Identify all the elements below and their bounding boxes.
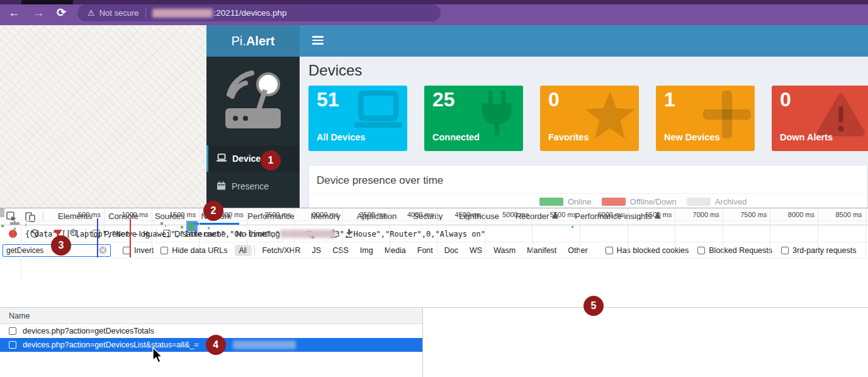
requests-pane: Name devices.php?action=getDevicesTotals… <box>0 308 423 377</box>
card-favorites[interactable]: 0Favorites <box>540 86 639 151</box>
pialert-app: Pi.Alert Run: Plugins Sym(28, DevicesPre… <box>206 25 868 208</box>
plug-icon <box>474 91 519 142</box>
filter-type-all[interactable]: All <box>235 245 252 256</box>
filter-type-font[interactable]: Font <box>413 245 437 256</box>
desktop-background <box>0 25 206 208</box>
checkbox[interactable] <box>606 247 613 254</box>
card-value: 0 <box>548 88 560 111</box>
sidebar-item-devices[interactable]: Devices <box>206 145 300 172</box>
legend-item-online: Online <box>539 197 592 206</box>
browser-tab-strip <box>0 0 868 4</box>
filter-separator <box>254 245 255 256</box>
clear-filter-icon[interactable] <box>99 246 107 254</box>
legend-item-offline-down: Offline/Down <box>602 197 677 206</box>
router-logo-icon <box>220 64 286 138</box>
address-bar[interactable]: ⚠ Not secure :20211/devices.php <box>77 4 441 21</box>
card-label: All Devices <box>317 132 365 142</box>
logo-prefix: Pi. <box>232 34 246 48</box>
card-label: Connected <box>432 132 480 142</box>
card-label: Down Alerts <box>780 132 833 142</box>
annotation-badge-2: 2 <box>203 201 223 221</box>
page-area: Pi.Alert Run: Plugins Sym(28, DevicesPre… <box>0 25 868 208</box>
hide-data-urls-checkbox[interactable]: Hide data URLs <box>161 246 227 255</box>
back-icon[interactable]: ← <box>8 7 20 18</box>
legend-swatch <box>687 198 711 206</box>
summary-cards: 51All Devices25Connected0Favorites1New D… <box>308 86 868 151</box>
card-all-devices[interactable]: 51All Devices <box>308 86 407 151</box>
filter-type-media[interactable]: Media <box>380 245 410 256</box>
presence-panel-title: Device presence over time <box>317 174 443 187</box>
page-title: Devices <box>308 62 362 79</box>
filter-extra-label: 3rd-party requests <box>792 246 856 255</box>
filter-type-ws[interactable]: WS <box>465 245 487 256</box>
filter-type-manifest[interactable]: Manifest <box>522 245 561 256</box>
filter-3rd-party-requests-checkbox[interactable]: 3rd-party requests <box>781 246 856 255</box>
annotation-badge-3: 3 <box>51 235 71 256</box>
request-checkbox[interactable] <box>9 341 16 349</box>
invert-checkbox[interactable]: Invert <box>123 246 154 255</box>
chart-legend: OnlineOffline/DownArchived <box>539 197 747 206</box>
card-label: Favorites <box>548 132 589 142</box>
menu-toggle-icon[interactable] <box>312 36 324 47</box>
request-name: devices.php?action=getDevicesTotals <box>23 327 154 335</box>
app-logo[interactable]: Pi.Alert <box>206 25 300 57</box>
annotation-badge-5: 5 <box>583 296 604 316</box>
filter-extra-label: Blocked Requests <box>709 246 772 255</box>
laptop-icon <box>217 154 227 164</box>
legend-label: Online <box>568 197 592 206</box>
filter-type-img[interactable]: Img <box>356 245 378 256</box>
redacted-query-param <box>233 340 296 349</box>
requests-name-header[interactable]: Name <box>0 308 422 324</box>
legend-label: Archived <box>715 197 747 206</box>
hide-data-urls-label: Hide data URLs <box>172 246 227 255</box>
card-value: 1 <box>664 88 675 111</box>
card-value: 25 <box>432 88 455 111</box>
filter-type-wasm[interactable]: Wasm <box>489 245 520 256</box>
response-body[interactable]: {"data":[["laptop","Net - Huawei","Inter… <box>25 230 485 239</box>
checkbox[interactable] <box>161 247 168 254</box>
not-secure-warning-icon: ⚠ <box>87 8 95 18</box>
card-label: New Devices <box>664 132 720 142</box>
card-new-devices[interactable]: 1New Devices <box>656 86 755 151</box>
card-down-alerts[interactable]: 0Down Alerts <box>772 86 868 151</box>
response-text: 3","House","Router",0,"Always on" <box>335 230 485 239</box>
checkbox[interactable] <box>697 247 705 254</box>
presence-panel: Device presence over time OnlineOffline/… <box>308 165 867 208</box>
filter-type-css[interactable]: CSS <box>328 245 353 256</box>
app-navbar: Run: Plugins Sym(28, <box>300 25 868 57</box>
redacted-mac <box>280 230 335 238</box>
card-value: 0 <box>780 88 791 111</box>
filter-type-js[interactable]: JS <box>308 245 326 256</box>
browser-toolbar: ← → ⟳ ⚠ Not secure :20211/devices.php <box>0 0 868 25</box>
sidebar: DevicesPresence <box>206 57 300 208</box>
logo-bold: Alert <box>246 34 275 48</box>
forward-icon[interactable]: → <box>33 7 44 18</box>
main-content: Devices 51All Devices25Connected0Favorit… <box>300 57 868 208</box>
legend-label: Offline/Down <box>630 197 677 206</box>
annotation-badge-4: 4 <box>206 335 226 355</box>
redacted-host <box>152 9 213 18</box>
checkbox[interactable] <box>781 247 789 254</box>
request-row[interactable]: devices.php?action=getDevicesList&status… <box>0 338 422 352</box>
invert-label: Invert <box>134 246 154 255</box>
line-number-gutter: 1 <box>0 227 21 278</box>
card-connected[interactable]: 25Connected <box>424 86 523 151</box>
request-name: devices.php?action=getDevicesList&status… <box>23 340 199 349</box>
filter-type-doc[interactable]: Doc <box>440 245 463 256</box>
url-path: :20211/devices.php <box>214 8 287 18</box>
filter-blocked-requests-checkbox[interactable]: Blocked Requests <box>697 246 772 255</box>
filter-type-fetch-xhr[interactable]: Fetch/XHR <box>257 245 305 256</box>
filter-has-blocked-cookies-checkbox[interactable]: Has blocked cookies <box>606 246 689 255</box>
filter-type-other[interactable]: Other <box>563 245 592 256</box>
legend-item-archived: Archived <box>687 197 747 206</box>
reload-icon[interactable]: ⟳ <box>57 7 66 18</box>
calendar-icon <box>217 181 226 192</box>
card-value: 51 <box>317 88 339 111</box>
request-checkbox[interactable] <box>9 327 16 335</box>
legend-swatch <box>602 198 626 206</box>
network-overview-timeline[interactable]: 500 ms1000 ms1500 ms2000 ms2500 ms3000 m… <box>0 259 868 308</box>
legend-swatch <box>539 198 563 206</box>
mouse-cursor <box>151 347 164 365</box>
sidebar-item-presence[interactable]: Presence <box>206 173 300 200</box>
address-separator <box>145 8 146 18</box>
